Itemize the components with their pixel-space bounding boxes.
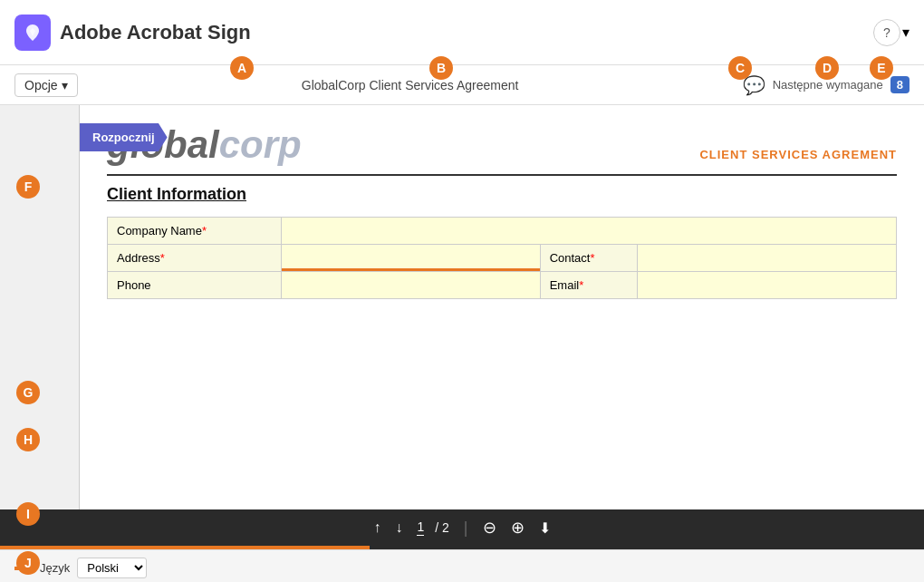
email-field[interactable] [647,278,887,292]
company-name-input[interactable] [281,218,896,245]
page-down-button[interactable]: ↓ [395,519,402,536]
required-star-4: * [579,278,583,292]
current-page: 1 [417,519,424,536]
header-right: ? ▾ [873,19,910,46]
page-separator: / 2 [435,520,449,535]
phone-input[interactable] [281,272,540,299]
contact-label: Contact* [540,245,637,272]
help-arrow: ▾ [902,24,910,41]
address-field[interactable] [291,251,531,265]
annotation-a: A [230,56,254,80]
logo-corp: corp [219,123,302,167]
left-sidebar [0,105,80,509]
required-star-3: * [590,251,594,265]
annotation-h: H [16,428,40,451]
main-area: Rozpocznij globalcorp CLIENT SERVICES AG… [0,105,924,509]
document-logo-area: globalcorp CLIENT SERVICES AGREMENT [107,123,897,167]
contact-input[interactable] [637,245,896,272]
address-input[interactable] [281,245,540,272]
bottom-bar: Język Polski English [0,549,924,582]
annotation-d: D [815,56,839,80]
required-star: * [202,224,207,238]
progress-bar-fill [0,546,370,549]
options-button[interactable]: Opcje ▾ [14,73,78,97]
next-required-label: Następne wymagane [773,78,883,92]
orange-underline [282,268,540,271]
download-button[interactable]: ⬇ [539,519,551,537]
acrobat-icon [14,15,51,51]
contact-field[interactable] [647,251,887,265]
language-select[interactable]: Polski English [77,558,147,578]
options-chevron: ▾ [62,78,68,92]
address-label: Address* [108,245,282,272]
options-label: Opcje [24,78,58,92]
annotation-f: F [16,175,40,199]
document-viewer: globalcorp CLIENT SERVICES AGREMENT Clie… [80,105,924,509]
phone-label: Phone [108,272,282,299]
help-icon-circle[interactable]: ? [873,19,900,46]
required-star-2: * [160,251,165,265]
logo-area: Adobe Acrobat Sign [14,15,251,51]
next-required-badge: 8 [890,76,910,93]
annotation-i: I [16,502,40,526]
company-name-field[interactable] [291,224,887,238]
company-name-label: Company Name* [108,218,282,245]
zoom-in-button[interactable]: ⊕ [511,518,525,538]
annotation-j: J [16,551,40,575]
progress-bar-container [0,546,924,549]
page-up-button[interactable]: ↑ [373,519,380,536]
help-button[interactable]: ? ▾ [873,19,910,46]
phone-field[interactable] [291,278,531,292]
document-toolbar: Opcje ▾ GlobalCorp Client Services Agree… [0,65,924,105]
annotation-e: E [870,56,893,80]
table-row: Address* Contact* [108,245,897,272]
doc-subtitle: CLIENT SERVICES AGREMENT [699,148,897,167]
section-title: Client Information [107,185,897,204]
annotation-g: G [16,381,40,404]
form-table: Company Name* Address* Contact* [107,217,897,299]
doc-divider [107,174,897,176]
annotation-c: C [728,56,752,80]
document-title: GlobalCorp Client Services Agreement [78,78,743,92]
table-row: Company Name* [108,218,897,245]
app-name: Adobe Acrobat Sign [60,21,251,44]
email-label: Email* [540,272,637,299]
start-button[interactable]: Rozpocznij [80,123,168,151]
table-row: Phone Email* [108,272,897,299]
question-mark: ? [883,25,890,40]
lang-label: Język [40,561,70,575]
email-input[interactable] [637,272,896,299]
annotation-b: B [429,56,453,80]
app-header: Adobe Acrobat Sign ? ▾ [0,0,924,65]
divider: | [464,519,468,538]
bottom-toolbar: ↑ ↓ 1 / 2 | ⊖ ⊕ ⬇ [0,509,924,546]
page-controls: 1 / 2 [417,519,448,536]
zoom-out-button[interactable]: ⊖ [483,518,496,538]
